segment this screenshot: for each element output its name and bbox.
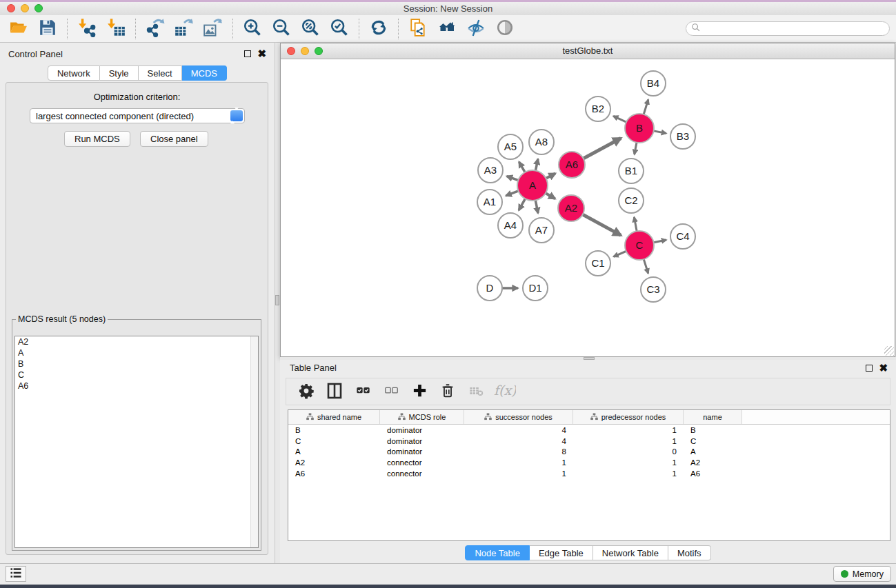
select-all-button[interactable] xyxy=(350,380,376,403)
vertical-splitter-handle[interactable] xyxy=(275,295,279,305)
network-minimize-button[interactable] xyxy=(301,47,309,55)
table-row[interactable]: Cdominator41C xyxy=(288,436,890,447)
table-row[interactable]: Adominator80A xyxy=(288,446,890,457)
graph-node-A[interactable]: A xyxy=(517,170,548,201)
close-window-button[interactable] xyxy=(7,4,15,12)
close-panel-icon[interactable]: ✖ xyxy=(879,364,888,372)
result-list-scrollbar[interactable] xyxy=(250,336,258,547)
memory-button[interactable]: Memory xyxy=(833,566,891,582)
float-panel-icon[interactable] xyxy=(244,50,251,57)
home-button[interactable] xyxy=(432,17,461,41)
column-header-shared-name[interactable]: shared name xyxy=(288,410,380,424)
add-row-button[interactable] xyxy=(406,380,432,403)
column-header-label: successor nodes xyxy=(495,413,552,421)
result-item[interactable]: C xyxy=(15,369,258,381)
clone-network-button[interactable] xyxy=(404,17,432,41)
window-titlebar[interactable]: Session: New Session xyxy=(0,2,896,16)
graph-node-A6[interactable]: A6 xyxy=(559,152,585,178)
tab-network-table[interactable]: Network Table xyxy=(593,545,668,560)
column-header-label: name xyxy=(703,413,722,421)
export-table-button[interactable] xyxy=(170,17,199,41)
column-header-successor-nodes[interactable]: successor nodes xyxy=(464,410,573,424)
result-item[interactable]: B xyxy=(15,358,258,369)
tab-node-table[interactable]: Node Table xyxy=(465,545,530,560)
network-frame-titlebar[interactable]: testGlobe.txt xyxy=(281,43,895,59)
run-mcds-button[interactable]: Run MCDS xyxy=(64,131,130,147)
import-network-icon xyxy=(77,18,97,39)
graph-node-B2[interactable]: B2 xyxy=(586,97,610,121)
export-network-button[interactable] xyxy=(141,17,170,41)
criterion-dropdown[interactable]: largest connected component (directed) xyxy=(30,108,245,123)
table-row[interactable]: A6connector11A6 xyxy=(288,468,890,479)
tab-edge-table[interactable]: Edge Table xyxy=(530,545,593,560)
show-graphics-details-button[interactable] xyxy=(490,17,519,41)
export-image-icon xyxy=(203,18,223,39)
network-close-button[interactable] xyxy=(287,47,295,55)
hide-graphics-details-button[interactable] xyxy=(461,17,490,41)
refresh-button[interactable] xyxy=(364,17,393,41)
clone-network-icon xyxy=(409,18,427,39)
columns-button[interactable] xyxy=(321,380,348,403)
graph-node-A5[interactable]: A5 xyxy=(498,134,523,159)
graph-node-A8[interactable]: A8 xyxy=(529,130,554,154)
column-header-name[interactable]: name xyxy=(684,410,742,424)
zoom-selected-button[interactable] xyxy=(325,17,354,41)
tab-style[interactable]: Style xyxy=(100,65,139,81)
graph-node-C1[interactable]: C1 xyxy=(586,251,610,276)
search-field[interactable] xyxy=(686,21,890,36)
network-zoom-button[interactable] xyxy=(315,47,323,55)
deselect-all-button[interactable] xyxy=(378,380,404,403)
network-canvas[interactable]: B4B2BB3A5A8A6A3B1AC2A1A2A4A7C4CC1C3DD1 xyxy=(281,59,895,356)
graph-node-A1[interactable]: A1 xyxy=(477,190,502,214)
column-header-mcds-role[interactable]: MCDS role xyxy=(380,410,464,424)
network-graph[interactable]: B4B2BB3A5A8A6A3B1AC2A1A2A4A7C4CC1C3DD1 xyxy=(281,59,895,356)
zoom-fit-button[interactable] xyxy=(296,17,325,41)
result-item[interactable]: A6 xyxy=(15,381,258,392)
float-panel-icon[interactable] xyxy=(866,365,873,372)
graph-node-B4[interactable]: B4 xyxy=(641,71,666,96)
open-session-button[interactable] xyxy=(4,17,33,41)
graph-node-A4[interactable]: A4 xyxy=(498,213,523,238)
graph-node-C2[interactable]: C2 xyxy=(619,188,644,213)
zoom-out-button[interactable] xyxy=(267,17,296,41)
search-input[interactable] xyxy=(704,23,889,35)
zoom-in-button[interactable] xyxy=(238,17,267,41)
result-item[interactable]: A xyxy=(15,347,258,358)
table-row[interactable]: Bdominator41B xyxy=(288,425,890,436)
toolbar-separator xyxy=(135,19,136,39)
import-table-button[interactable] xyxy=(101,17,130,41)
resize-grip-icon[interactable] xyxy=(884,346,894,356)
column-header-predecessor-nodes[interactable]: predecessor nodes xyxy=(573,410,684,424)
delete-row-button[interactable] xyxy=(435,380,461,403)
graph-node-C3[interactable]: C3 xyxy=(641,277,666,302)
close-panel-button[interactable]: Close panel xyxy=(140,131,208,147)
save-session-button[interactable] xyxy=(33,17,62,41)
import-network-button[interactable] xyxy=(72,17,101,41)
graph-node-C[interactable]: C xyxy=(625,231,654,260)
graph-node-B3[interactable]: B3 xyxy=(670,124,695,149)
graph-node-A3[interactable]: A3 xyxy=(478,158,503,183)
graph-node-D[interactable]: D xyxy=(477,276,502,301)
mcds-result-list[interactable]: A2ABCA6 xyxy=(14,336,259,548)
graph-node-C4[interactable]: C4 xyxy=(670,224,695,249)
result-item[interactable]: A2 xyxy=(15,336,258,347)
tab-motifs[interactable]: Motifs xyxy=(668,545,711,560)
tab-mcds[interactable]: MCDS xyxy=(182,65,227,81)
close-panel-icon[interactable]: ✖ xyxy=(257,50,266,57)
table-cell: 4 xyxy=(464,426,573,434)
graph-node-D1[interactable]: D1 xyxy=(523,276,548,301)
table-row[interactable]: A2connector11A2 xyxy=(288,457,890,468)
tab-select[interactable]: Select xyxy=(139,65,182,81)
graph-node-B1[interactable]: B1 xyxy=(619,159,644,183)
settings-button[interactable] xyxy=(293,380,319,403)
task-history-button[interactable] xyxy=(6,566,26,582)
graph-node-B[interactable]: B xyxy=(625,114,654,143)
graph-node-A7[interactable]: A7 xyxy=(529,218,554,243)
vertical-splitter[interactable] xyxy=(275,43,280,564)
zoom-window-button[interactable] xyxy=(34,4,43,12)
export-image-button[interactable] xyxy=(199,17,228,41)
graph-node-A2[interactable]: A2 xyxy=(558,195,584,221)
tab-network[interactable]: Network xyxy=(48,65,100,81)
minimize-window-button[interactable] xyxy=(21,4,29,12)
svg-text:C2: C2 xyxy=(624,194,637,206)
